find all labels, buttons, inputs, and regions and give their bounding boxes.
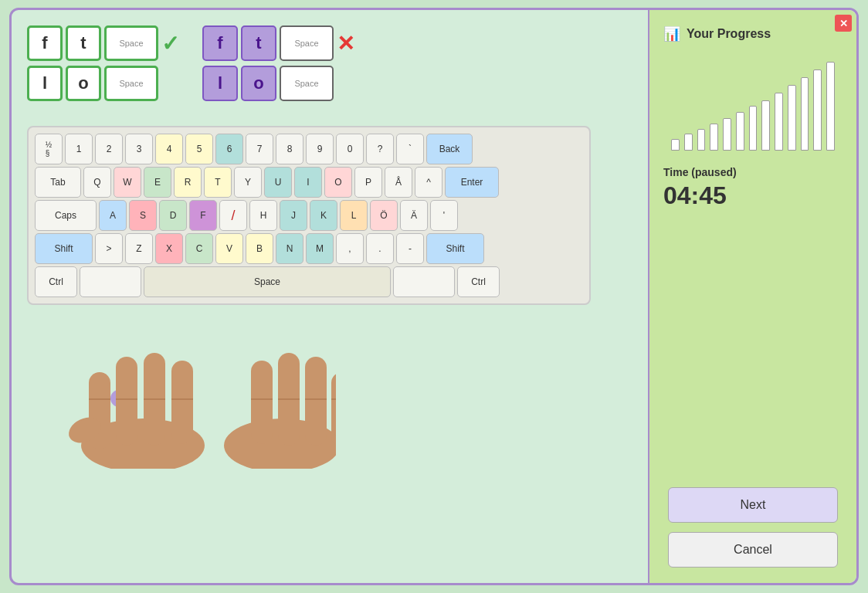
key-ctrl-right[interactable]: Ctrl [457, 266, 500, 297]
current-key-o: o [241, 66, 276, 101]
keyboard-row-space: Ctrl Space Ctrl [35, 266, 583, 297]
keyboard-row-zxcv: Shift > Z X C V B N M , . - Shift [35, 233, 583, 264]
key-empty-left[interactable] [80, 266, 141, 297]
key-backtick[interactable]: ` [396, 134, 424, 164]
progress-title: 📊 Your Progress [663, 25, 771, 42]
key-i[interactable]: I [294, 167, 322, 198]
key-y[interactable]: Y [234, 167, 262, 198]
time-label: Time (paused) [663, 166, 737, 178]
key-q[interactable]: Q [83, 167, 111, 198]
left-hand [65, 353, 205, 469]
left-panel: f t Space ✓ l o Space f t Space ✕ [12, 10, 648, 583]
time-value: 04:45 [663, 181, 737, 210]
key-a[interactable]: A [99, 200, 127, 231]
progress-chart [668, 50, 838, 151]
close-button[interactable]: ✕ [835, 15, 852, 32]
chart-icon: 📊 [663, 25, 680, 42]
key-angle[interactable]: > [95, 233, 123, 264]
key-x[interactable]: X [155, 233, 183, 264]
key-3[interactable]: 3 [125, 134, 153, 164]
key-minus[interactable]: - [396, 233, 424, 264]
current-word-group: f t Space ✕ l o Space [202, 25, 354, 101]
keyboard-container: ½§ 1 2 3 4 5 6 7 8 9 0 ? ` Back [27, 126, 632, 305]
key-b[interactable]: B [246, 233, 273, 264]
key-p[interactable]: P [354, 167, 382, 198]
svg-rect-13 [305, 357, 327, 446]
key-4[interactable]: 4 [155, 134, 183, 164]
key-shift-left[interactable]: Shift [35, 233, 93, 264]
key-empty-right[interactable] [393, 266, 455, 297]
keyboard-row-numbers: ½§ 1 2 3 4 5 6 7 8 9 0 ? ` Back [35, 134, 583, 164]
current-key-space1: Space [280, 25, 334, 61]
key-8[interactable]: 8 [276, 134, 303, 164]
key-k[interactable]: K [310, 200, 337, 231]
progress-bar-0 [671, 139, 680, 151]
key-0[interactable]: 0 [336, 134, 364, 164]
key-n[interactable]: N [276, 233, 303, 264]
correct-key-o: o [66, 66, 101, 101]
key-t[interactable]: T [204, 167, 232, 198]
correct-word-row2: l o Space [27, 66, 179, 101]
key-c[interactable]: C [185, 233, 213, 264]
next-button[interactable]: Next [668, 487, 838, 523]
hands-svg [42, 326, 336, 469]
progress-bar-5 [736, 112, 744, 151]
key-r[interactable]: R [174, 167, 202, 198]
key-o[interactable]: O [324, 167, 352, 198]
current-xmark: ✕ [337, 31, 354, 56]
key-5[interactable]: 5 [185, 134, 213, 164]
key-m[interactable]: M [306, 233, 334, 264]
key-slash[interactable]: / [219, 200, 247, 231]
current-key-l: l [202, 66, 238, 101]
key-9[interactable]: 9 [306, 134, 334, 164]
key-period[interactable]: . [366, 233, 394, 264]
current-key-space2: Space [280, 66, 334, 101]
current-key-t: t [241, 25, 276, 61]
correct-key-f: f [27, 25, 63, 61]
key-6[interactable]: 6 [215, 134, 243, 164]
key-ae[interactable]: Ä [400, 200, 428, 231]
key-plus[interactable]: ? [366, 134, 394, 164]
key-ctrl-left[interactable]: Ctrl [35, 266, 77, 297]
current-key-f: f [202, 25, 238, 61]
key-aa[interactable]: Å [385, 167, 412, 198]
key-oe[interactable]: Ö [370, 200, 398, 231]
keyboard: ½§ 1 2 3 4 5 6 7 8 9 0 ? ` Back [27, 126, 591, 305]
key-1[interactable]: 1 [65, 134, 93, 164]
key-l[interactable]: L [340, 200, 368, 231]
key-h[interactable]: H [249, 200, 277, 231]
progress-bar-2 [697, 129, 706, 151]
svg-rect-11 [251, 361, 273, 444]
key-section[interactable]: ½§ [35, 134, 63, 164]
progress-bar-12 [826, 62, 835, 151]
key-7[interactable]: 7 [246, 134, 273, 164]
key-j[interactable]: J [280, 200, 307, 231]
hands-area [27, 314, 632, 469]
key-e[interactable]: E [144, 167, 171, 198]
key-comma[interactable]: , [336, 233, 364, 264]
key-f[interactable]: F [189, 200, 217, 231]
svg-rect-4 [171, 361, 193, 444]
cancel-button[interactable]: Cancel [668, 532, 838, 568]
key-u[interactable]: U [264, 167, 292, 198]
key-w[interactable]: W [114, 167, 141, 198]
correct-word-group: f t Space ✓ l o Space [27, 25, 179, 101]
key-tab[interactable]: Tab [35, 167, 81, 198]
key-v[interactable]: V [215, 233, 243, 264]
key-2[interactable]: 2 [95, 134, 123, 164]
key-backspace[interactable]: Back [426, 134, 473, 164]
key-d[interactable]: D [159, 200, 187, 231]
correct-key-l: l [27, 66, 63, 101]
key-quote[interactable]: ' [430, 200, 458, 231]
key-caret[interactable]: ^ [415, 167, 442, 198]
progress-bar-6 [749, 106, 758, 151]
key-shift-right[interactable]: Shift [426, 233, 484, 264]
key-space[interactable]: Space [144, 266, 391, 297]
key-s[interactable]: S [129, 200, 157, 231]
progress-bar-1 [684, 134, 693, 151]
key-caps[interactable]: Caps [35, 200, 97, 231]
keyboard-row-asdf: Caps A S D F / H J K L Ö Ä ' [35, 200, 583, 231]
key-z[interactable]: Z [125, 233, 153, 264]
key-enter[interactable]: Enter [445, 167, 499, 198]
progress-bar-11 [813, 69, 822, 151]
